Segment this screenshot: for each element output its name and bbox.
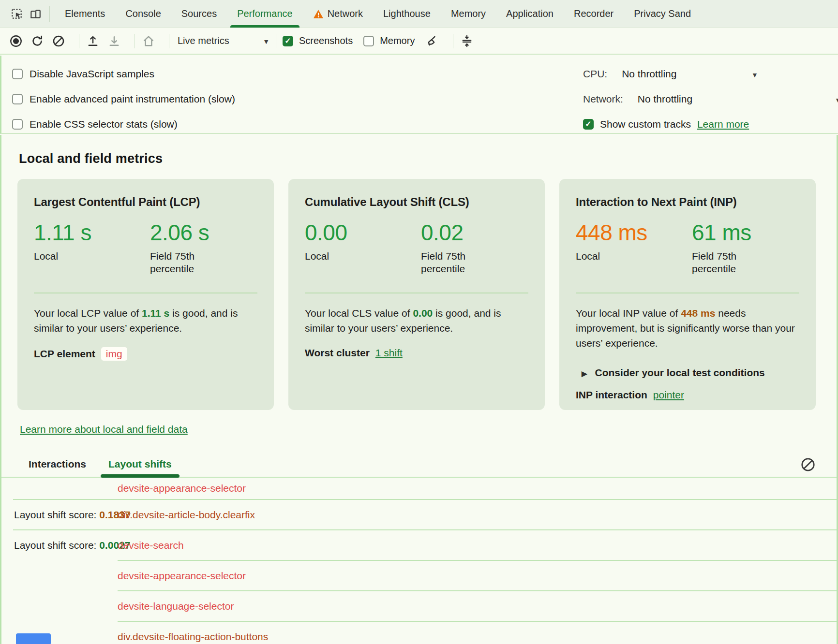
shift-element-link[interactable]: div.devsite-floating-action-buttons	[118, 631, 268, 643]
cpu-throttling-select[interactable]: No throttling	[622, 68, 676, 80]
tab-console[interactable]: Console	[115, 0, 171, 28]
warning-icon	[313, 9, 324, 19]
record-button[interactable]	[9, 34, 23, 48]
screenshots-label: Screenshots	[299, 35, 353, 46]
inp-description: Your local INP value of 448 ms needs imp…	[576, 306, 799, 351]
css-selector-stats-checkbox[interactable]	[12, 119, 23, 130]
memory-toggle: Memory	[363, 35, 415, 46]
tab-privacy-sandbox[interactable]: Privacy Sand	[624, 0, 701, 28]
memory-label: Memory	[380, 35, 415, 46]
memory-checkbox[interactable]	[363, 36, 374, 46]
inp-local-value: 448 ms	[576, 220, 692, 246]
toolbar-separator	[276, 34, 276, 48]
toolbar-separator	[79, 34, 79, 48]
custom-tracks-learn-more-link[interactable]: Learn more	[697, 118, 749, 130]
metric-card-lcp: Largest Contentful Paint (LCP) 1.11 s Lo…	[17, 179, 274, 410]
download-profile-icon[interactable]	[107, 34, 121, 48]
worst-cluster-link[interactable]: 1 shift	[375, 347, 403, 359]
device-toolbar-icon[interactable]	[26, 5, 45, 23]
screenshots-toggle: Screenshots	[283, 35, 353, 46]
inp-interaction-link[interactable]: pointer	[653, 389, 684, 401]
field-data-learn-more-link[interactable]: Learn more about local and field data	[20, 424, 188, 435]
metric-cards: Largest Contentful Paint (LCP) 1.11 s Lo…	[17, 179, 837, 410]
garbage-collect-icon[interactable]	[425, 34, 440, 48]
metric-card-inp: Interaction to Next Paint (INP) 448 ms L…	[559, 179, 816, 410]
table-row[interactable]: Layout shift score: 0.1837 div.devsite-a…	[1, 500, 837, 529]
metric-card-cls: Cumulative Layout Shift (CLS) 0.00 Local…	[288, 179, 545, 410]
network-throttling-row: Network: No throttling	[583, 93, 838, 105]
toolbar-separator	[169, 34, 169, 48]
toolbar-separator	[135, 34, 135, 48]
clear-icon[interactable]	[51, 34, 66, 48]
page-title: Local and field metrics	[19, 151, 837, 166]
cls-local-value: 0.00	[305, 220, 421, 246]
network-throttling-select[interactable]: No throttling	[638, 93, 692, 105]
chevron-down-icon	[263, 35, 269, 46]
tab-recorder[interactable]: Recorder	[564, 0, 624, 28]
card-title: Cumulative Layout Shift (CLS)	[305, 195, 528, 209]
devtools-tab-bar: Elements Console Sources Performance Net…	[0, 0, 838, 28]
screenshots-checkbox[interactable]	[283, 36, 293, 46]
focus-highlight	[16, 633, 51, 644]
lcp-element-link[interactable]: img	[101, 347, 127, 361]
shift-element-link[interactable]: devsite-search	[118, 540, 184, 551]
panel-mode-select[interactable]: Live metrics	[178, 35, 269, 46]
inp-field-value: 61 ms	[692, 220, 764, 246]
table-row[interactable]: Layout shift score: 0.0027 devsite-searc…	[1, 530, 837, 560]
advanced-paint-checkbox[interactable]	[12, 94, 23, 104]
table-row[interactable]: devsite-appearance-selector	[1, 561, 837, 590]
tab-layout-shifts[interactable]: Layout shifts	[108, 458, 172, 470]
table-row[interactable]: div.devsite-floating-action-buttons	[1, 622, 837, 644]
table-row[interactable]: devsite-appearance-selector	[1, 478, 837, 499]
collapse-tracks-icon[interactable]	[460, 34, 474, 48]
setting-disable-js-samples: Disable JavaScript samples	[12, 68, 154, 80]
tabbar-separator	[49, 6, 50, 22]
cpu-throttling-row: CPU: No throttling	[583, 68, 761, 80]
performance-toolbar: Live metrics Screenshots Memory	[0, 28, 838, 55]
lcp-local-value: 1.11 s	[34, 220, 150, 246]
triangle-right-icon	[582, 367, 587, 379]
tab-network[interactable]: Network	[303, 0, 373, 28]
tab-elements[interactable]: Elements	[55, 0, 115, 28]
tab-sources[interactable]: Sources	[171, 0, 227, 28]
chevron-down-icon[interactable]	[835, 93, 838, 105]
toolbar-separator	[453, 34, 453, 48]
tab-application[interactable]: Application	[496, 0, 564, 28]
reload-record-icon[interactable]	[30, 34, 45, 48]
custom-tracks-checkbox[interactable]	[583, 119, 594, 130]
shift-element-link[interactable]: div.devsite-article-body.clearfix	[118, 509, 255, 521]
card-title: Largest Contentful Paint (LCP)	[34, 195, 257, 209]
home-icon[interactable]	[141, 34, 156, 48]
disable-js-samples-checkbox[interactable]	[12, 69, 23, 79]
inspect-element-icon[interactable]	[8, 5, 26, 23]
tab-lighthouse[interactable]: Lighthouse	[373, 0, 441, 28]
lcp-field-value: 2.06 s	[150, 220, 223, 246]
clear-log-icon[interactable]	[800, 456, 816, 473]
lcp-description: Your local LCP value of 1.11 s is good, …	[34, 306, 257, 336]
show-custom-tracks-row: Show custom tracks Learn more	[583, 118, 749, 130]
tab-performance[interactable]: Performance	[227, 0, 303, 28]
setting-advanced-paint: Enable advanced paint instrumentation (s…	[12, 93, 235, 105]
table-row[interactable]: devsite-language-selector	[1, 591, 837, 621]
log-tab-bar: Interactions Layout shifts	[1, 458, 837, 478]
chevron-down-icon[interactable]	[751, 68, 758, 80]
live-metrics-view: Local and field metrics Largest Contentf…	[0, 135, 838, 644]
layout-shift-table: devsite-appearance-selector Layout shift…	[1, 478, 837, 644]
card-title: Interaction to Next Paint (INP)	[576, 195, 799, 209]
cls-field-value: 0.02	[421, 220, 494, 246]
capture-settings: Disable JavaScript samples Enable advanc…	[0, 56, 838, 134]
tab-interactions[interactable]: Interactions	[29, 458, 86, 470]
shift-element-link[interactable]: devsite-appearance-selector	[118, 570, 246, 582]
setting-css-selector-stats: Enable CSS selector stats (slow)	[12, 118, 178, 130]
shift-element-link[interactable]: devsite-language-selector	[118, 600, 234, 612]
tab-memory[interactable]: Memory	[441, 0, 496, 28]
local-test-conditions-expander[interactable]: Consider your local test conditions	[576, 367, 799, 379]
upload-profile-icon[interactable]	[86, 34, 100, 48]
shift-element-link[interactable]: devsite-appearance-selector	[118, 483, 246, 494]
cls-description: Your local CLS value of 0.00 is good, an…	[305, 306, 528, 336]
